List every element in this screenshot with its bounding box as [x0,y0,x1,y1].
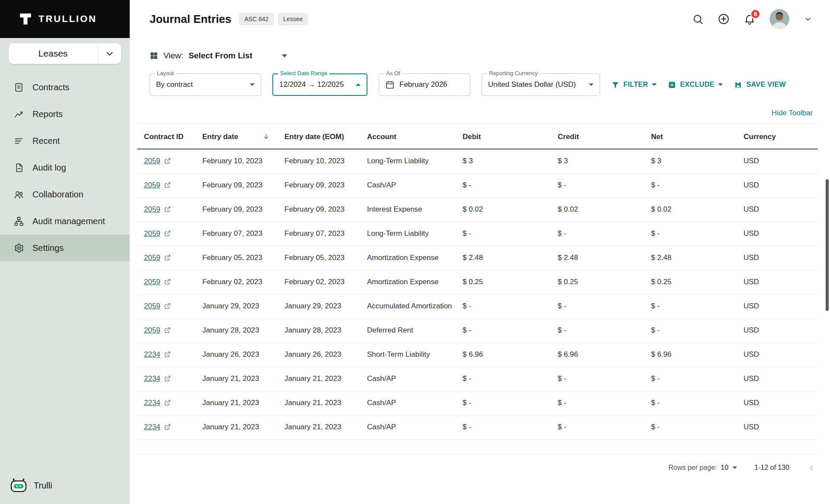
external-link-icon [164,303,171,309]
sidebar-item-collaboration[interactable]: Collaboration [0,181,130,208]
table-row: 2234January 26, 2023January 26, 2023Shor… [137,342,818,367]
external-link-icon [164,206,171,212]
hide-toolbar-row: Hide Toolbar [150,109,813,117]
contract-link[interactable]: 2234 [144,423,160,431]
cell-entry-date: February 09, 2023 [195,197,278,222]
sidebar-item-recent[interactable]: Recent [0,127,130,154]
save-view-button[interactable]: SAVE VIEW [734,81,785,89]
chevron-up-icon [351,83,361,86]
cell-entry-date-eom: February 10, 2023 [278,149,360,173]
cell-credit: $ 3 [551,149,644,173]
cell-currency: USD [737,415,818,439]
cell-entry-date-eom: February 05, 2023 [278,246,360,270]
col-debit[interactable]: Debit [456,124,551,149]
notification-count-badge: 8 [750,9,760,19]
exclude-button[interactable]: EXCLUDE [668,81,723,89]
cell-debit: $ - [456,318,551,342]
cell-debit: $ - [456,415,551,439]
date-range-select[interactable]: Select Date Range 12/2024 → 12/2025 [272,73,367,96]
brand-name: TRULLION [38,13,97,25]
contract-link[interactable]: 2059 [144,205,160,213]
cell-credit: $ - [551,415,644,439]
layout-select[interactable]: Layout By contract [150,73,261,96]
sidebar-item-audit-management[interactable]: Audit management [0,208,130,235]
table-row: 2059February 09, 2023February 09, 2023Ca… [137,173,818,197]
cell-entry-date: February 07, 2023 [195,222,278,246]
col-contract-id[interactable]: Contract ID [137,124,195,149]
contract-link[interactable]: 2234 [144,350,160,358]
main: Journal Entries ASC 842 Lessee 8 [130,0,830,504]
contract-link[interactable]: 2059 [144,181,160,189]
workspace-selector[interactable]: Leases [9,43,121,64]
avatar[interactable] [769,9,789,29]
col-entry-date-eom[interactable]: Entry date (EOM) [278,124,360,149]
table-row: 2059February 05, 2023February 05, 2023Am… [137,246,818,270]
col-account[interactable]: Account [360,124,456,149]
cell-entry-date: January 29, 2023 [195,294,278,318]
cell-account: Cash/AP [360,173,456,197]
notifications-bell-icon[interactable]: 8 [744,13,756,25]
contract-link[interactable]: 2059 [144,302,160,310]
cell-credit: $ 2.48 [551,246,644,270]
sidebar-item-settings[interactable]: Settings [0,235,130,261]
cell-contract-id: 2059 [137,318,195,342]
cell-entry-date-eom: January 21, 2023 [278,367,360,391]
table-row: 2234January 21, 2023January 21, 2023Cash… [137,415,818,439]
previous-page-button[interactable] [807,463,816,472]
col-credit[interactable]: Credit [551,124,644,149]
cell-currency: USD [737,173,818,197]
cell-net: $ - [644,294,737,318]
cell-entry-date-eom: February 09, 2023 [278,197,360,222]
contract-link[interactable]: 2059 [144,326,160,334]
cell-entry-date: January 21, 2023 [195,391,278,415]
hide-toolbar-link[interactable]: Hide Toolbar [772,109,813,117]
robot-icon [10,478,28,493]
app: TRULLION Leases Contracts Reports [0,0,830,504]
as-of-field[interactable]: As Of February 2026 [379,73,470,96]
table-header-row: Contract ID Entry date Entry date (EOM) … [137,124,818,149]
contract-link[interactable]: 2059 [144,278,160,286]
cell-entry-date-eom: January 29, 2023 [278,294,360,318]
cell-currency: USD [737,222,818,246]
reporting-currency-select[interactable]: Reporting Currency United States Dollar … [482,73,600,96]
cell-entry-date: February 09, 2023 [195,173,278,197]
cell-net: $ 6.96 [644,342,737,367]
contract-link[interactable]: 2059 [144,254,160,262]
cell-credit: $ - [551,318,644,342]
col-net[interactable]: Net [644,124,737,149]
cell-contract-id: 2234 [137,342,195,367]
cell-credit: $ 0.25 [551,270,644,294]
search-icon[interactable] [692,13,704,25]
trulli-assistant[interactable]: Trulli [10,478,52,493]
contract-link[interactable]: 2059 [144,229,160,238]
cell-debit: $ - [456,222,551,246]
col-currency[interactable]: Currency [737,124,818,149]
chevron-down-icon[interactable] [98,52,121,56]
view-selector[interactable]: View: Select From List [150,51,813,60]
layout-value: By contract [156,80,193,89]
add-icon[interactable] [718,13,730,25]
scrollbar-thumb[interactable] [826,179,829,311]
sidebar-item-audit-log[interactable]: Audit log [0,154,130,181]
contract-link[interactable]: 2234 [144,399,160,407]
sidebar-item-reports[interactable]: Reports [0,101,130,127]
contract-link[interactable]: 2234 [144,374,160,383]
contract-link[interactable]: 2059 [144,157,160,165]
cell-account: Accumulated Amortization [360,294,456,318]
table-row: 2059February 10, 2023February 10, 2023Lo… [137,149,818,173]
account-chevron-down-icon[interactable] [803,14,813,24]
rows-per-page-control[interactable]: Rows per page: 10 [668,464,737,472]
table-row: 2059February 09, 2023February 09, 2023In… [137,197,818,222]
sidebar-item-contracts[interactable]: Contracts [0,74,130,101]
sidebar-item-label: Settings [32,243,64,253]
assistant-label: Trulli [34,481,52,491]
cell-entry-date: January 26, 2023 [195,342,278,367]
col-entry-date[interactable]: Entry date [195,124,278,149]
filter-button[interactable]: FILTER [611,81,657,89]
chevron-down-icon [282,54,287,57]
cell-currency: USD [737,342,818,367]
sort-desc-icon[interactable] [262,133,270,140]
cell-net: $ 3 [644,149,737,173]
page-title: Journal Entries [150,13,231,26]
table-row: 2059February 02, 2023February 02, 2023Am… [137,270,818,294]
